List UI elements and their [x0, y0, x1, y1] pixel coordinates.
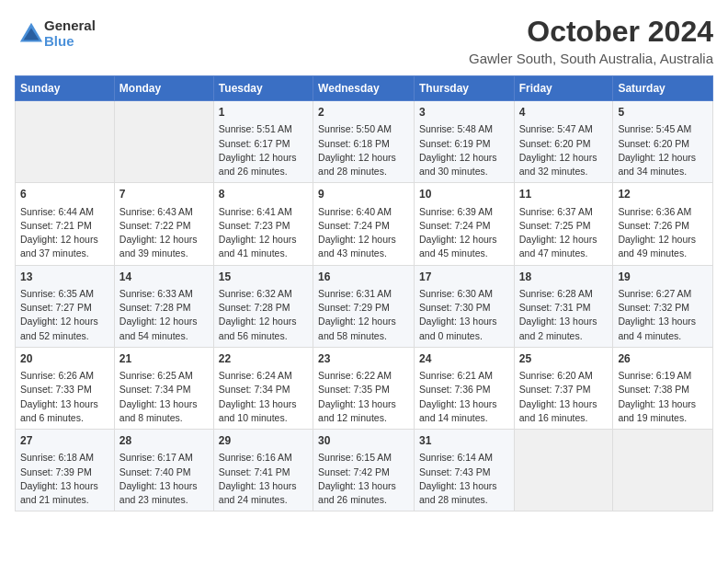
sunrise-text: Sunrise: 6:35 AM [20, 288, 94, 299]
sunrise-text: Sunrise: 6:24 AM [219, 370, 292, 381]
day-number: 9 [318, 187, 409, 202]
sunset-text: Sunset: 7:27 PM [20, 302, 92, 313]
sunrise-text: Sunrise: 6:20 AM [519, 370, 593, 381]
calendar-week-4: 20Sunrise: 6:26 AMSunset: 7:33 PMDayligh… [16, 347, 713, 429]
calendar-cell: 2Sunrise: 5:50 AMSunset: 6:18 PMDaylight… [313, 101, 415, 183]
calendar-cell: 21Sunrise: 6:25 AMSunset: 7:34 PMDayligh… [114, 347, 213, 429]
daylight-text: Daylight: 12 hours and 41 minutes. [219, 234, 297, 259]
daylight-text: Daylight: 13 hours and 6 minutes. [20, 398, 98, 423]
sunset-text: Sunset: 7:29 PM [318, 302, 390, 313]
sunrise-text: Sunrise: 6:26 AM [20, 370, 94, 381]
calendar-cell: 1Sunrise: 5:51 AMSunset: 6:17 PMDaylight… [213, 101, 313, 183]
sunrise-text: Sunrise: 6:15 AM [318, 452, 392, 463]
sunrise-text: Sunrise: 6:28 AM [519, 288, 593, 299]
sunrise-text: Sunrise: 5:48 AM [419, 123, 493, 134]
sunrise-text: Sunrise: 6:41 AM [219, 206, 292, 217]
daylight-text: Daylight: 12 hours and 34 minutes. [618, 152, 696, 177]
sunset-text: Sunset: 7:32 PM [618, 302, 689, 313]
col-thursday: Thursday [414, 76, 514, 101]
sunrise-text: Sunrise: 5:50 AM [318, 123, 392, 134]
sunrise-text: Sunrise: 6:31 AM [318, 288, 392, 299]
daylight-text: Daylight: 12 hours and 37 minutes. [20, 234, 98, 259]
calendar-week-1: 1Sunrise: 5:51 AMSunset: 6:17 PMDaylight… [16, 101, 713, 183]
sunset-text: Sunset: 7:31 PM [519, 302, 591, 313]
calendar-cell: 29Sunrise: 6:16 AMSunset: 7:41 PMDayligh… [213, 430, 313, 511]
calendar-cell: 14Sunrise: 6:33 AMSunset: 7:28 PMDayligh… [114, 265, 213, 347]
day-number: 10 [419, 187, 509, 202]
daylight-text: Daylight: 13 hours and 24 minutes. [219, 480, 297, 505]
day-number: 22 [219, 351, 308, 367]
logo: General Blue [15, 18, 96, 49]
day-number: 7 [119, 187, 209, 202]
sunrise-text: Sunrise: 6:39 AM [419, 206, 493, 217]
calendar-body: 1Sunrise: 5:51 AMSunset: 6:17 PMDaylight… [16, 101, 713, 511]
day-number: 21 [119, 351, 209, 367]
calendar-cell [16, 101, 115, 183]
sunset-text: Sunset: 7:28 PM [119, 302, 191, 313]
daylight-text: Daylight: 12 hours and 32 minutes. [519, 152, 597, 177]
calendar-cell: 15Sunrise: 6:32 AMSunset: 7:28 PMDayligh… [213, 265, 313, 347]
sunrise-text: Sunrise: 6:37 AM [519, 206, 593, 217]
day-number: 23 [318, 351, 409, 367]
daylight-text: Daylight: 13 hours and 10 minutes. [219, 398, 297, 423]
daylight-text: Daylight: 13 hours and 19 minutes. [618, 398, 696, 423]
sunset-text: Sunset: 7:37 PM [519, 384, 591, 395]
logo-general: General [44, 18, 96, 34]
calendar-cell: 3Sunrise: 5:48 AMSunset: 6:19 PMDaylight… [414, 101, 514, 183]
calendar-cell: 7Sunrise: 6:43 AMSunset: 7:22 PMDaylight… [114, 183, 213, 265]
daylight-text: Daylight: 12 hours and 45 minutes. [419, 234, 497, 259]
calendar-table: Sunday Monday Tuesday Wednesday Thursday… [15, 75, 713, 511]
day-number: 8 [219, 187, 308, 202]
col-wednesday: Wednesday [313, 76, 415, 101]
sunrise-text: Sunrise: 6:21 AM [419, 370, 493, 381]
daylight-text: Daylight: 12 hours and 47 minutes. [519, 234, 597, 259]
daylight-text: Daylight: 12 hours and 49 minutes. [618, 234, 696, 259]
calendar-week-5: 27Sunrise: 6:18 AMSunset: 7:39 PMDayligh… [16, 430, 713, 511]
sunrise-text: Sunrise: 6:40 AM [318, 206, 392, 217]
sunset-text: Sunset: 7:34 PM [119, 384, 191, 395]
daylight-text: Daylight: 13 hours and 0 minutes. [419, 316, 497, 340]
sunrise-text: Sunrise: 6:30 AM [419, 288, 493, 299]
day-number: 29 [219, 433, 308, 449]
day-number: 20 [20, 351, 109, 367]
sunset-text: Sunset: 7:24 PM [419, 220, 491, 231]
sunrise-text: Sunrise: 6:18 AM [20, 452, 94, 463]
daylight-text: Daylight: 12 hours and 26 minutes. [219, 152, 297, 177]
sunset-text: Sunset: 7:26 PM [618, 220, 689, 231]
day-number: 30 [318, 433, 409, 449]
sunset-text: Sunset: 7:43 PM [419, 466, 491, 477]
col-monday: Monday [114, 76, 213, 101]
daylight-text: Daylight: 13 hours and 12 minutes. [318, 398, 396, 423]
calendar-week-3: 13Sunrise: 6:35 AMSunset: 7:27 PMDayligh… [16, 265, 713, 347]
calendar-cell: 28Sunrise: 6:17 AMSunset: 7:40 PMDayligh… [114, 430, 213, 511]
sunrise-text: Sunrise: 5:51 AM [219, 123, 292, 134]
logo-blue: Blue [44, 34, 96, 50]
col-saturday: Saturday [613, 76, 713, 101]
sunrise-text: Sunrise: 6:32 AM [219, 288, 292, 299]
calendar-cell: 25Sunrise: 6:20 AMSunset: 7:37 PMDayligh… [514, 347, 613, 429]
calendar-cell: 4Sunrise: 5:47 AMSunset: 6:20 PMDaylight… [514, 101, 613, 183]
logo-text: General Blue [44, 18, 96, 49]
day-number: 19 [618, 270, 708, 285]
daylight-text: Daylight: 13 hours and 8 minutes. [119, 398, 198, 423]
calendar-cell: 26Sunrise: 6:19 AMSunset: 7:38 PMDayligh… [613, 347, 713, 429]
sunrise-text: Sunrise: 6:14 AM [419, 452, 493, 463]
calendar-cell: 20Sunrise: 6:26 AMSunset: 7:33 PMDayligh… [16, 347, 115, 429]
sunset-text: Sunset: 7:36 PM [419, 384, 491, 395]
header-row: Sunday Monday Tuesday Wednesday Thursday… [16, 76, 713, 101]
sunset-text: Sunset: 7:33 PM [20, 384, 92, 395]
calendar-cell: 19Sunrise: 6:27 AMSunset: 7:32 PMDayligh… [613, 265, 713, 347]
day-number: 5 [618, 105, 708, 121]
daylight-text: Daylight: 13 hours and 21 minutes. [20, 480, 98, 505]
day-number: 17 [419, 270, 509, 285]
daylight-text: Daylight: 12 hours and 43 minutes. [318, 234, 396, 259]
daylight-text: Daylight: 12 hours and 28 minutes. [318, 152, 396, 177]
day-number: 16 [318, 270, 409, 285]
sunrise-text: Sunrise: 6:27 AM [618, 288, 691, 299]
daylight-text: Daylight: 12 hours and 39 minutes. [119, 234, 198, 259]
day-number: 25 [519, 351, 609, 367]
sunset-text: Sunset: 7:24 PM [318, 220, 390, 231]
calendar-cell: 5Sunrise: 5:45 AMSunset: 6:20 PMDaylight… [613, 101, 713, 183]
sunrise-text: Sunrise: 6:22 AM [318, 370, 392, 381]
calendar-cell: 31Sunrise: 6:14 AMSunset: 7:43 PMDayligh… [414, 430, 514, 511]
